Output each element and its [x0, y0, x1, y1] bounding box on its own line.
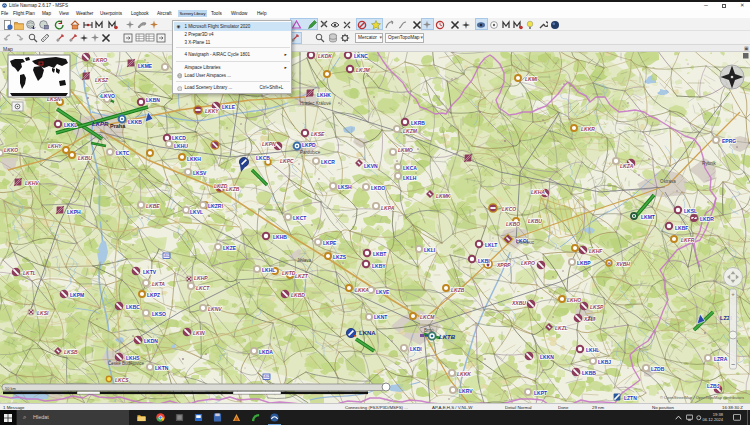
- svg-text:LKZB: LKZB: [226, 186, 240, 192]
- svg-text:LKDI: LKDI: [410, 346, 422, 352]
- svg-text:LKCD: LKCD: [172, 135, 186, 141]
- svg-text:LKPH: LKPH: [67, 209, 81, 215]
- svg-text:LKCT: LKCT: [196, 285, 210, 291]
- svg-text:LKSV: LKSV: [193, 170, 207, 176]
- svg-text:LKVE: LKVE: [376, 289, 390, 295]
- svg-text:LKHV: LKHV: [25, 180, 39, 186]
- svg-text:LZBJ: LZBJ: [707, 383, 720, 389]
- svg-text:LKDO: LKDO: [371, 185, 385, 191]
- svg-text:LKZT: LKZT: [295, 273, 309, 279]
- svg-text:LKPZ: LKPZ: [147, 292, 160, 298]
- svg-text:LKTV: LKTV: [143, 269, 157, 275]
- svg-text:LKCT: LKCT: [293, 215, 306, 221]
- svg-text:LKCA: LKCA: [403, 165, 417, 171]
- svg-text:LKLI: LKLI: [424, 247, 436, 253]
- svg-text:LKVN: LKVN: [364, 163, 378, 169]
- svg-text:LKPR: LKPR: [92, 121, 109, 127]
- svg-text:LKKA: LKKA: [355, 287, 369, 293]
- svg-text:Jihlava: Jihlava: [297, 258, 312, 263]
- svg-text:LKBN: LKBN: [146, 97, 160, 103]
- svg-text:50 km: 50 km: [5, 386, 17, 391]
- svg-text:LKLE: LKLE: [222, 104, 236, 110]
- svg-text:LKZD: LKZD: [214, 183, 228, 189]
- svg-text:LKHF: LKHF: [589, 248, 603, 254]
- svg-text:LKIN: LKIN: [193, 330, 205, 336]
- svg-text:LKZR: LKZR: [208, 203, 222, 209]
- svg-text:LKZL: LKZL: [555, 325, 568, 331]
- svg-text:LKPM: LKPM: [70, 292, 84, 298]
- svg-text:LKZE: LKZE: [223, 245, 237, 251]
- svg-text:LKCM: LKCM: [420, 314, 435, 320]
- svg-text:LKBB: LKBB: [582, 370, 596, 376]
- svg-text:LKSP: LKSP: [590, 304, 604, 310]
- svg-text:LKBJ: LKBJ: [598, 359, 611, 365]
- svg-text:LKPD: LKPD: [302, 142, 316, 148]
- svg-text:© OpenStreetMap / OpenTopoMap: © OpenStreetMap / OpenTopoMap contributo…: [660, 395, 744, 400]
- svg-text:České Budějovice: České Budějovice: [108, 360, 145, 366]
- svg-text:LKVO: LKVO: [101, 93, 115, 99]
- svg-text:XVBH: XVBH: [615, 261, 630, 267]
- svg-text:LKKR: LKKR: [581, 126, 595, 132]
- svg-text:402: 402: [164, 254, 170, 258]
- svg-text:LKDN: LKDN: [144, 338, 158, 344]
- svg-text:LKCO: LKCO: [502, 206, 516, 212]
- svg-text:LKKH: LKKH: [187, 156, 201, 162]
- svg-text:LKBO: LKBO: [506, 221, 520, 227]
- svg-text:LKKN: LKKN: [540, 354, 554, 360]
- svg-text:LKVL: LKVL: [190, 209, 203, 215]
- svg-text:LKPE: LKPE: [323, 240, 337, 246]
- svg-text:Pardubice: Pardubice: [300, 150, 321, 155]
- svg-text:LKSZ: LKSZ: [95, 77, 109, 83]
- svg-text:Zlín: Zlín: [588, 316, 596, 321]
- svg-text:LKHU: LKHU: [174, 143, 188, 149]
- svg-text:LKSE: LKSE: [311, 131, 325, 137]
- svg-text:LKFR: LKFR: [681, 237, 695, 243]
- svg-text:LKZM: LKZM: [403, 128, 418, 134]
- svg-text:LZTN: LZTN: [624, 395, 637, 401]
- svg-text:LKMI: LKMI: [525, 76, 538, 82]
- svg-text:LKBT: LKBT: [373, 251, 386, 257]
- svg-text:H: H: [608, 261, 611, 266]
- svg-text:LKZB: LKZB: [451, 287, 465, 293]
- svg-text:402: 402: [264, 375, 270, 379]
- svg-text:LKHB: LKHB: [273, 234, 287, 240]
- svg-text:LKPC: LKPC: [280, 158, 294, 164]
- svg-text:LKDR: LKDR: [700, 216, 714, 222]
- svg-text:LKPT: LKPT: [534, 390, 547, 396]
- svg-text:LKBI: LKBI: [478, 258, 490, 264]
- svg-text:LKBE: LKBE: [146, 203, 160, 209]
- svg-text:LKTN: LKTN: [155, 365, 169, 371]
- svg-text:LKTL: LKTL: [23, 270, 36, 276]
- svg-text:LKBC: LKBC: [126, 304, 140, 310]
- svg-text:LKSI: LKSI: [37, 310, 49, 316]
- svg-text:LKNV: LKNV: [208, 306, 222, 312]
- svg-text:LKME: LKME: [138, 63, 153, 69]
- svg-text:LKNA: LKNA: [359, 330, 376, 336]
- svg-text:LKPN: LKPN: [262, 141, 276, 147]
- svg-text:LKNT: LKNT: [374, 314, 387, 320]
- svg-text:LKHK: LKHK: [317, 92, 331, 98]
- svg-text:LKTA: LKTA: [152, 281, 165, 287]
- svg-text:LKSO: LKSO: [152, 311, 166, 317]
- svg-text:LKBU: LKBU: [78, 155, 92, 161]
- svg-text:LKDK: LKDK: [318, 53, 332, 59]
- svg-text:LKDA: LKDA: [259, 349, 273, 355]
- svg-text:LKRV: LKRV: [459, 388, 473, 394]
- svg-text:LKBU: LKBU: [528, 218, 542, 224]
- svg-text:LKTB: LKTB: [439, 334, 456, 340]
- svg-text:Ostrava: Ostrava: [660, 179, 676, 184]
- svg-text:LKSB: LKSB: [64, 349, 78, 355]
- svg-text:LKKB: LKKB: [128, 119, 142, 125]
- svg-text:LKRB: LKRB: [411, 120, 425, 126]
- svg-text:LKKL: LKKL: [64, 122, 77, 128]
- svg-text:Hradec Králové: Hradec Králové: [300, 101, 332, 106]
- svg-text:Rybnik: Rybnik: [702, 161, 717, 166]
- svg-text:LKHL: LKHL: [262, 267, 275, 273]
- svg-text:LKTC: LKTC: [116, 150, 130, 156]
- svg-text:LKNC: LKNC: [354, 53, 368, 59]
- svg-text:LKCS: LKCS: [115, 377, 129, 383]
- svg-text:LKZS: LKZS: [333, 254, 347, 260]
- svg-text:Praha: Praha: [110, 123, 126, 129]
- svg-text:LKRO: LKRO: [93, 57, 107, 63]
- svg-text:LKHY: LKHY: [48, 143, 62, 149]
